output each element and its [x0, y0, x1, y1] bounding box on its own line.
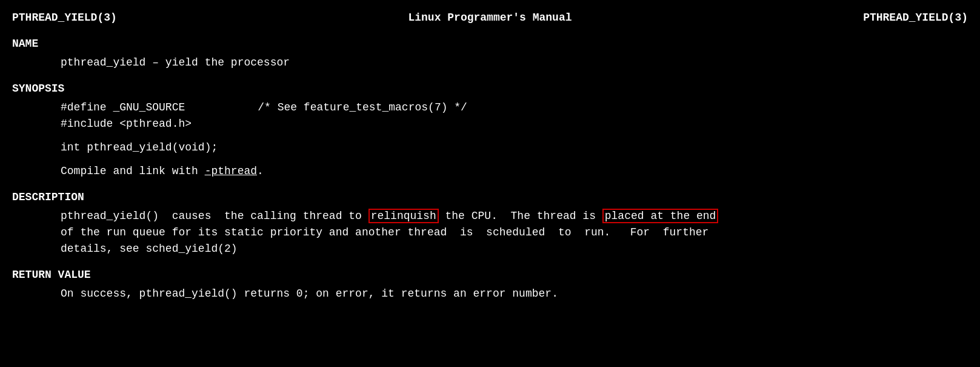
compile-link: -pthread — [205, 165, 257, 177]
man-page-header: PTHREAD_YIELD(3) Linux Programmer's Manu… — [12, 10, 968, 26]
description-section: DESCRIPTION pthread_yield() causes the c… — [12, 189, 968, 257]
synopsis-function: int pthread_yield(void); — [12, 140, 968, 156]
header-center: Linux Programmer's Manual — [408, 10, 572, 26]
desc-line1-middle: the CPU. The thread is — [439, 210, 602, 222]
name-content: pthread_yield – yield the processor — [12, 55, 968, 71]
desc-line1-before: pthread_yield() causes the calling threa… — [61, 210, 368, 222]
header-right: PTHREAD_YIELD(3) — [863, 10, 968, 26]
define-text: #define _GNU_SOURCE — [61, 101, 185, 113]
synopsis-define: #define _GNU_SOURCE/* See feature_test_m… — [12, 99, 968, 116]
desc-line2: of the run queue for its static priority… — [61, 224, 968, 241]
name-section: NAME pthread_yield – yield the processor — [12, 36, 968, 71]
desc-line3: details, see sched_yield(2) — [61, 241, 968, 257]
synopsis-section: SYNOPSIS #define _GNU_SOURCE/* See featu… — [12, 81, 968, 180]
return-title: RETURN VALUE — [12, 267, 968, 283]
relinquish-highlight: relinquish — [368, 209, 439, 223]
return-content: On success, pthread_yield() returns 0; o… — [12, 286, 968, 302]
compile-text-before: Compile and link with — [61, 165, 205, 177]
synopsis-title: SYNOPSIS — [12, 81, 968, 97]
return-section: RETURN VALUE On success, pthread_yield()… — [12, 267, 968, 302]
placed-at-end-highlight: placed at the end — [602, 209, 719, 223]
compile-text-after: . — [257, 165, 264, 177]
define-comment: /* See feature_test_macros(7) */ — [258, 101, 467, 113]
synopsis-compile: Compile and link with -pthread. — [12, 163, 968, 180]
description-title: DESCRIPTION — [12, 189, 968, 206]
description-body: pthread_yield() causes the calling threa… — [12, 208, 968, 257]
name-title: NAME — [12, 36, 968, 52]
desc-line1: pthread_yield() causes the calling threa… — [61, 208, 968, 224]
header-left: PTHREAD_YIELD(3) — [12, 10, 117, 26]
synopsis-include: #include <pthread.h> — [12, 116, 968, 132]
